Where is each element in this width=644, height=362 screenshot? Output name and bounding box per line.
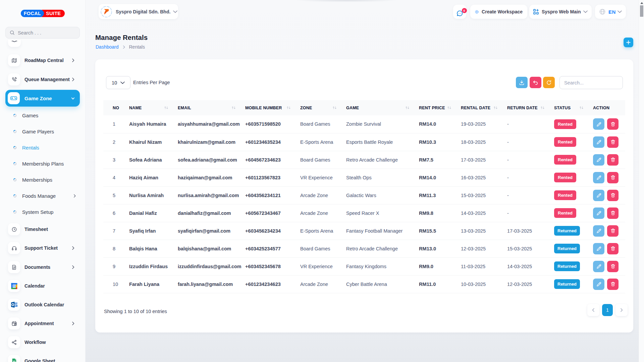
svg-text:31: 31 [12, 285, 16, 288]
